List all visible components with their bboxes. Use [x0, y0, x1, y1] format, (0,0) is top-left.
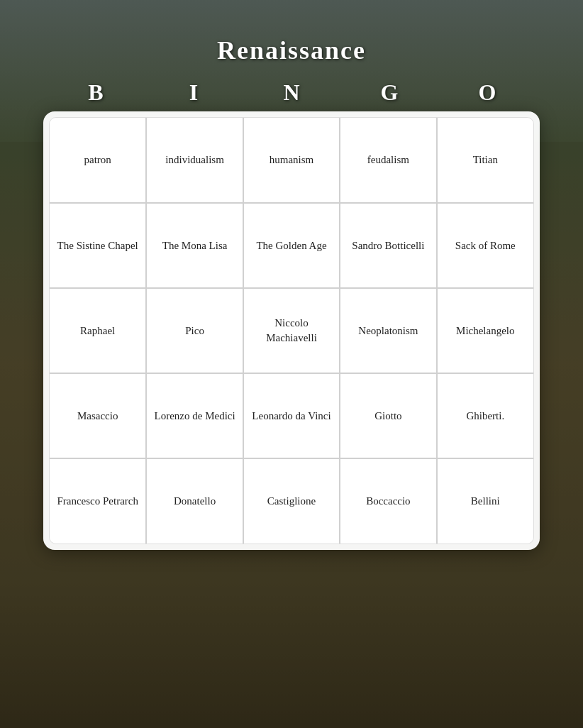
bingo-cell-6[interactable]: The Mona Lisa	[146, 203, 243, 288]
bingo-card: patronindividualismhumanismfeudalismTiti…	[43, 111, 540, 550]
bingo-header: BINGO	[47, 79, 536, 106]
bingo-cell-24[interactable]: Bellini	[437, 458, 533, 544]
bingo-cell-19[interactable]: Ghiberti.	[437, 373, 533, 458]
bingo-cell-21[interactable]: Donatello	[146, 458, 243, 544]
bingo-cell-17[interactable]: Leonardo da Vinci	[243, 373, 340, 458]
bingo-cell-3[interactable]: feudalism	[340, 118, 436, 203]
page-container: Renaissance BINGO patronindividualismhum…	[0, 0, 583, 728]
bingo-letter-i: I	[145, 79, 243, 106]
bingo-grid: patronindividualismhumanismfeudalismTiti…	[49, 117, 534, 544]
bingo-cell-4[interactable]: Titian	[437, 118, 533, 203]
bingo-letter-g: G	[340, 79, 438, 106]
bingo-cell-20[interactable]: Francesco Petrarch	[50, 458, 146, 544]
bingo-cell-13[interactable]: Neoplatonism	[340, 288, 436, 373]
bingo-cell-0[interactable]: patron	[50, 118, 146, 203]
bingo-cell-7[interactable]: The Golden Age	[243, 203, 340, 288]
bingo-cell-16[interactable]: Lorenzo de Medici	[146, 373, 243, 458]
bingo-cell-18[interactable]: Giotto	[340, 373, 436, 458]
bingo-letter-o: O	[438, 79, 536, 106]
bingo-cell-8[interactable]: Sandro Botticelli	[340, 203, 436, 288]
bingo-letter-b: B	[47, 79, 145, 106]
bingo-cell-11[interactable]: Pico	[146, 288, 243, 373]
page-title: Renaissance	[217, 35, 366, 65]
bingo-cell-15[interactable]: Masaccio	[50, 373, 146, 458]
bingo-cell-23[interactable]: Boccaccio	[340, 458, 436, 544]
bingo-cell-10[interactable]: Raphael	[50, 288, 146, 373]
bingo-cell-5[interactable]: The Sistine Chapel	[50, 203, 146, 288]
bingo-letter-n: N	[243, 79, 340, 106]
bingo-cell-22[interactable]: Castiglione	[243, 458, 340, 544]
bingo-cell-2[interactable]: humanism	[243, 118, 340, 203]
bingo-cell-1[interactable]: individualism	[146, 118, 243, 203]
bingo-cell-14[interactable]: Michelangelo	[437, 288, 533, 373]
bingo-cell-12[interactable]: Niccolo Machiavelli	[243, 288, 340, 373]
bingo-cell-9[interactable]: Sack of Rome	[437, 203, 533, 288]
